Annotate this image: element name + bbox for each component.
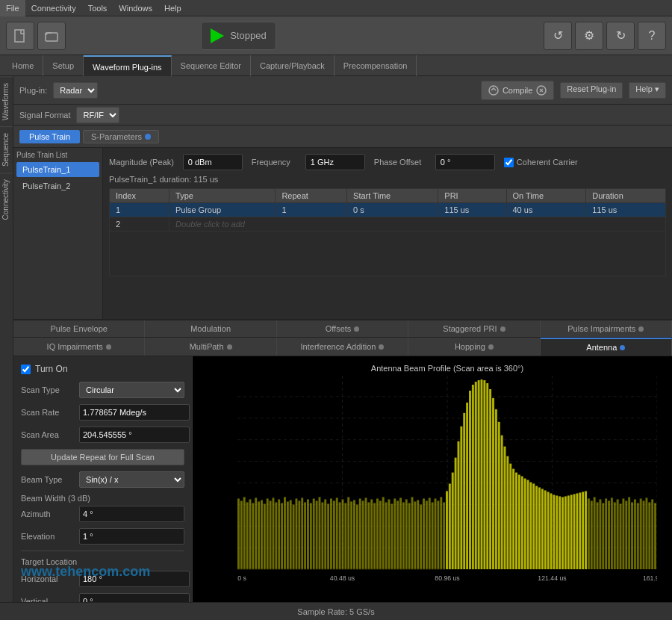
- svg-rect-54: [319, 497, 321, 569]
- svg-rect-144: [579, 492, 581, 569]
- cell-type: Pulse Group: [169, 203, 276, 217]
- tab-iq-impairments[interactable]: IQ Impairments: [13, 338, 145, 356]
- tab-modulation[interactable]: Modulation: [145, 320, 276, 337]
- menu-tools[interactable]: Tools: [82, 0, 113, 16]
- svg-rect-66: [353, 500, 355, 569]
- plugin-select[interactable]: Radar: [53, 82, 98, 99]
- tab-staggered-pri[interactable]: Staggered PRI: [408, 320, 540, 337]
- compile-button[interactable]: Compile: [481, 81, 554, 100]
- svg-rect-78: [388, 499, 391, 569]
- menu-connectivity[interactable]: Connectivity: [25, 0, 82, 16]
- menu-help[interactable]: Help: [158, 0, 187, 16]
- col-type: Type: [169, 189, 276, 203]
- turn-on-row: Turn On: [21, 364, 184, 374]
- svg-rect-76: [382, 497, 385, 569]
- table-row[interactable]: 2 Double click to add: [110, 217, 666, 232]
- update-repeat-button[interactable]: Update Repeat for Full Scan: [21, 449, 184, 465]
- svg-point-2: [489, 86, 498, 95]
- coherent-carrier-text: Coherent Carrier: [517, 158, 578, 167]
- svg-rect-81: [396, 500, 399, 569]
- svg-rect-63: [344, 503, 346, 569]
- svg-rect-165: [640, 498, 642, 569]
- svg-rect-56: [324, 499, 326, 569]
- pulse-train-tab[interactable]: Pulse Train: [19, 130, 80, 143]
- play-button[interactable]: Stopped: [201, 22, 276, 50]
- table-row[interactable]: 1 Pulse Group 1 0 s 115 us 40 us 115 us: [110, 203, 666, 217]
- azimuth-input[interactable]: [79, 506, 184, 522]
- svg-rect-155: [611, 497, 613, 569]
- tab-setup[interactable]: Setup: [43, 55, 84, 76]
- elevation-input[interactable]: [79, 528, 184, 545]
- coherent-carrier-checkbox[interactable]: [504, 158, 514, 167]
- scan-area-input[interactable]: [79, 427, 190, 443]
- reset-plugin-button[interactable]: Reset Plug-in: [560, 82, 623, 99]
- coherent-carrier-label[interactable]: Coherent Carrier: [504, 158, 578, 167]
- svg-rect-148: [591, 500, 593, 569]
- tab-sequence-editor[interactable]: Sequence Editor: [172, 55, 251, 76]
- tab-precompensation[interactable]: Precompensation: [335, 55, 417, 76]
- tab-home[interactable]: Home: [3, 55, 43, 76]
- phase-input[interactable]: [435, 154, 495, 170]
- help-button[interactable]: Help ▾: [629, 82, 666, 99]
- pulse-list-item-2[interactable]: PulseTrain_2: [16, 179, 99, 193]
- beam-type-select[interactable]: Sin(x) / x Gaussian Flat: [79, 471, 184, 488]
- menu-windows[interactable]: Windows: [113, 0, 158, 16]
- svg-rect-145: [582, 492, 584, 569]
- settings-button[interactable]: ⚙: [575, 22, 603, 50]
- s-parameters-tab[interactable]: S-Parameters: [83, 130, 159, 143]
- svg-rect-103: [460, 427, 462, 569]
- svg-rect-82: [399, 497, 402, 569]
- scan-type-select[interactable]: Circular Sector None: [79, 382, 184, 398]
- tab-waveform-plugins[interactable]: Waveform Plug-ins: [84, 55, 172, 76]
- svg-rect-143: [576, 493, 578, 569]
- scan-rate-input[interactable]: [79, 404, 190, 421]
- tab-multipath[interactable]: MultiPath: [145, 338, 276, 356]
- pulse-list-item-1[interactable]: PulseTrain_1: [16, 162, 99, 177]
- svg-rect-38: [273, 497, 275, 569]
- svg-rect-116: [498, 422, 500, 569]
- turn-on-checkbox[interactable]: [21, 365, 31, 374]
- menu-file[interactable]: File: [0, 0, 25, 16]
- tab-interference[interactable]: Interference Addition: [277, 338, 408, 356]
- refresh-button[interactable]: ↺: [544, 22, 572, 50]
- svg-rect-149: [594, 497, 596, 569]
- tab-pulse-envelope[interactable]: Pulse Envelope: [13, 320, 145, 337]
- tab-pulse-impairments[interactable]: Pulse Impairments: [541, 320, 672, 337]
- cell-repeat: 1: [276, 203, 347, 217]
- svg-rect-139: [564, 496, 567, 569]
- status-bar: Sample Rate: 5 GS/s: [0, 602, 672, 620]
- phase-label: Phase Offset: [374, 158, 426, 167]
- horizontal-input[interactable]: [79, 571, 190, 587]
- svg-rect-121: [512, 469, 514, 570]
- vertical-input[interactable]: [79, 593, 190, 602]
- svg-rect-153: [605, 498, 607, 569]
- signal-format-select[interactable]: RF/IF: [76, 107, 119, 123]
- open-button[interactable]: [37, 22, 66, 50]
- side-tab-waveforms[interactable]: Waveforms: [0, 76, 13, 126]
- svg-rect-35: [264, 503, 266, 569]
- add-hint[interactable]: Double click to add: [169, 217, 666, 232]
- new-button[interactable]: [6, 22, 34, 50]
- svg-rect-29: [246, 502, 249, 569]
- side-tab-sequence[interactable]: Sequence: [0, 126, 13, 173]
- svg-rect-59: [333, 500, 335, 569]
- side-tab-connectivity[interactable]: Connectivity: [0, 173, 13, 226]
- pulse-imp-dot: [638, 326, 644, 332]
- svg-rect-77: [385, 502, 388, 569]
- svg-rect-51: [310, 503, 312, 569]
- help-button[interactable]: ?: [638, 22, 666, 50]
- reset-button[interactable]: ↻: [606, 22, 635, 50]
- svg-rect-85: [408, 503, 411, 569]
- svg-rect-98: [446, 491, 448, 569]
- magnitude-input[interactable]: [183, 154, 243, 170]
- tab-offsets[interactable]: Offsets: [277, 320, 408, 337]
- interference-label: Interference Addition: [301, 342, 376, 351]
- frequency-input[interactable]: [305, 154, 365, 170]
- svg-rect-118: [504, 447, 506, 569]
- svg-rect-99: [449, 483, 451, 569]
- azimuth-label: Azimuth: [21, 509, 73, 518]
- tab-hopping[interactable]: Hopping: [408, 338, 540, 356]
- tab-antenna[interactable]: Antenna: [541, 338, 672, 356]
- tab-capture-playback[interactable]: Capture/Playback: [251, 55, 335, 76]
- svg-rect-48: [301, 497, 303, 569]
